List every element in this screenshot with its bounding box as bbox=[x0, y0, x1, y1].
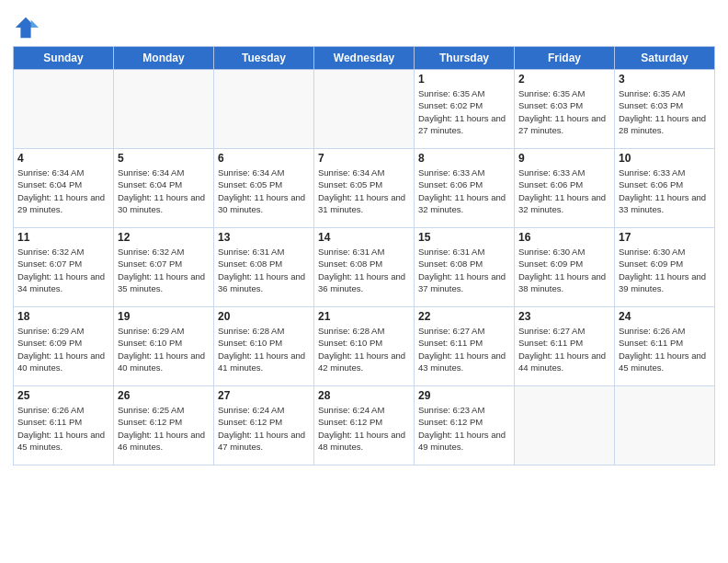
page: SundayMondayTuesdayWednesdayThursdayFrid… bbox=[0, 0, 728, 563]
day-number: 25 bbox=[17, 389, 109, 402]
weekday-header: Sunday bbox=[14, 47, 114, 70]
day-info: Sunrise: 6:30 AM Sunset: 6:09 PM Dayligh… bbox=[619, 246, 711, 294]
calendar-header: SundayMondayTuesdayWednesdayThursdayFrid… bbox=[14, 47, 715, 70]
day-number: 1 bbox=[418, 73, 510, 86]
day-number: 3 bbox=[619, 73, 711, 86]
day-info: Sunrise: 6:26 AM Sunset: 6:11 PM Dayligh… bbox=[17, 404, 109, 453]
day-number: 11 bbox=[17, 231, 109, 244]
calendar-cell: 11Sunrise: 6:32 AM Sunset: 6:07 PM Dayli… bbox=[14, 228, 114, 307]
day-number: 20 bbox=[218, 310, 310, 323]
day-info: Sunrise: 6:29 AM Sunset: 6:09 PM Dayligh… bbox=[17, 325, 109, 373]
weekday-header: Friday bbox=[515, 47, 615, 70]
calendar-week-row: 1Sunrise: 6:35 AM Sunset: 6:02 PM Daylig… bbox=[14, 70, 715, 149]
day-number: 15 bbox=[418, 231, 510, 244]
calendar-cell: 14Sunrise: 6:31 AM Sunset: 6:08 PM Dayli… bbox=[314, 228, 415, 307]
day-info: Sunrise: 6:30 AM Sunset: 6:09 PM Dayligh… bbox=[518, 246, 610, 294]
calendar-week-row: 4Sunrise: 6:34 AM Sunset: 6:04 PM Daylig… bbox=[14, 149, 715, 228]
day-number: 24 bbox=[619, 310, 711, 323]
day-number: 19 bbox=[118, 310, 210, 323]
calendar-cell: 1Sunrise: 6:35 AM Sunset: 6:02 PM Daylig… bbox=[415, 70, 515, 149]
day-number: 7 bbox=[318, 152, 410, 165]
weekday-header: Wednesday bbox=[314, 47, 415, 70]
day-number: 16 bbox=[518, 231, 610, 244]
weekday-header: Thursday bbox=[415, 47, 515, 70]
calendar-cell: 19Sunrise: 6:29 AM Sunset: 6:10 PM Dayli… bbox=[114, 307, 214, 386]
day-info: Sunrise: 6:31 AM Sunset: 6:08 PM Dayligh… bbox=[318, 246, 410, 294]
calendar-cell: 4Sunrise: 6:34 AM Sunset: 6:04 PM Daylig… bbox=[14, 149, 114, 228]
calendar-cell: 6Sunrise: 6:34 AM Sunset: 6:05 PM Daylig… bbox=[214, 149, 314, 228]
day-info: Sunrise: 6:23 AM Sunset: 6:12 PM Dayligh… bbox=[418, 404, 510, 453]
calendar-cell bbox=[615, 386, 715, 465]
day-info: Sunrise: 6:33 AM Sunset: 6:06 PM Dayligh… bbox=[518, 167, 610, 215]
calendar-cell bbox=[314, 70, 415, 149]
day-info: Sunrise: 6:28 AM Sunset: 6:10 PM Dayligh… bbox=[218, 325, 310, 373]
day-info: Sunrise: 6:24 AM Sunset: 6:12 PM Dayligh… bbox=[318, 404, 410, 453]
day-number: 9 bbox=[518, 152, 610, 165]
day-info: Sunrise: 6:29 AM Sunset: 6:10 PM Dayligh… bbox=[118, 325, 210, 373]
day-info: Sunrise: 6:32 AM Sunset: 6:07 PM Dayligh… bbox=[118, 246, 210, 294]
day-number: 29 bbox=[418, 389, 510, 402]
day-number: 10 bbox=[619, 152, 711, 165]
calendar-cell: 9Sunrise: 6:33 AM Sunset: 6:06 PM Daylig… bbox=[515, 149, 615, 228]
calendar-week-row: 25Sunrise: 6:26 AM Sunset: 6:11 PM Dayli… bbox=[14, 386, 715, 465]
calendar-cell: 17Sunrise: 6:30 AM Sunset: 6:09 PM Dayli… bbox=[615, 228, 715, 307]
weekday-header: Saturday bbox=[615, 47, 715, 70]
calendar-cell: 10Sunrise: 6:33 AM Sunset: 6:06 PM Dayli… bbox=[615, 149, 715, 228]
calendar-cell bbox=[515, 386, 615, 465]
day-info: Sunrise: 6:27 AM Sunset: 6:11 PM Dayligh… bbox=[418, 325, 510, 373]
calendar-cell bbox=[114, 70, 214, 149]
day-number: 22 bbox=[418, 310, 510, 323]
weekday-row: SundayMondayTuesdayWednesdayThursdayFrid… bbox=[14, 47, 715, 70]
day-info: Sunrise: 6:32 AM Sunset: 6:07 PM Dayligh… bbox=[17, 246, 109, 294]
weekday-header: Tuesday bbox=[214, 47, 314, 70]
day-info: Sunrise: 6:26 AM Sunset: 6:11 PM Dayligh… bbox=[619, 325, 711, 373]
day-number: 4 bbox=[17, 152, 109, 165]
calendar-cell: 26Sunrise: 6:25 AM Sunset: 6:12 PM Dayli… bbox=[114, 386, 214, 465]
calendar-cell bbox=[214, 70, 314, 149]
calendar-cell: 25Sunrise: 6:26 AM Sunset: 6:11 PM Dayli… bbox=[14, 386, 114, 465]
day-number: 2 bbox=[518, 73, 610, 86]
svg-marker-1 bbox=[31, 20, 39, 28]
calendar-cell: 5Sunrise: 6:34 AM Sunset: 6:04 PM Daylig… bbox=[114, 149, 214, 228]
day-number: 28 bbox=[318, 389, 410, 402]
calendar-cell: 21Sunrise: 6:28 AM Sunset: 6:10 PM Dayli… bbox=[314, 307, 415, 386]
calendar-cell: 3Sunrise: 6:35 AM Sunset: 6:03 PM Daylig… bbox=[615, 70, 715, 149]
header bbox=[13, 9, 715, 40]
day-number: 8 bbox=[418, 152, 510, 165]
calendar-cell bbox=[14, 70, 114, 149]
day-info: Sunrise: 6:31 AM Sunset: 6:08 PM Dayligh… bbox=[418, 246, 510, 294]
calendar-cell: 2Sunrise: 6:35 AM Sunset: 6:03 PM Daylig… bbox=[515, 70, 615, 149]
calendar-cell: 27Sunrise: 6:24 AM Sunset: 6:12 PM Dayli… bbox=[214, 386, 314, 465]
day-info: Sunrise: 6:35 AM Sunset: 6:03 PM Dayligh… bbox=[518, 87, 610, 136]
day-number: 13 bbox=[218, 231, 310, 244]
logo-icon bbox=[13, 15, 39, 40]
logo bbox=[13, 13, 42, 40]
calendar: SundayMondayTuesdayWednesdayThursdayFrid… bbox=[13, 46, 715, 465]
day-number: 18 bbox=[17, 310, 109, 323]
calendar-cell: 12Sunrise: 6:32 AM Sunset: 6:07 PM Dayli… bbox=[114, 228, 214, 307]
calendar-week-row: 11Sunrise: 6:32 AM Sunset: 6:07 PM Dayli… bbox=[14, 228, 715, 307]
calendar-cell: 29Sunrise: 6:23 AM Sunset: 6:12 PM Dayli… bbox=[415, 386, 515, 465]
day-info: Sunrise: 6:33 AM Sunset: 6:06 PM Dayligh… bbox=[619, 167, 711, 215]
day-info: Sunrise: 6:35 AM Sunset: 6:03 PM Dayligh… bbox=[619, 87, 711, 136]
calendar-cell: 7Sunrise: 6:34 AM Sunset: 6:05 PM Daylig… bbox=[314, 149, 415, 228]
calendar-cell: 20Sunrise: 6:28 AM Sunset: 6:10 PM Dayli… bbox=[214, 307, 314, 386]
day-info: Sunrise: 6:34 AM Sunset: 6:05 PM Dayligh… bbox=[218, 167, 310, 215]
calendar-cell: 18Sunrise: 6:29 AM Sunset: 6:09 PM Dayli… bbox=[14, 307, 114, 386]
calendar-cell: 22Sunrise: 6:27 AM Sunset: 6:11 PM Dayli… bbox=[415, 307, 515, 386]
calendar-cell: 28Sunrise: 6:24 AM Sunset: 6:12 PM Dayli… bbox=[314, 386, 415, 465]
day-info: Sunrise: 6:25 AM Sunset: 6:12 PM Dayligh… bbox=[118, 404, 210, 453]
day-info: Sunrise: 6:27 AM Sunset: 6:11 PM Dayligh… bbox=[518, 325, 610, 373]
day-number: 27 bbox=[218, 389, 310, 402]
calendar-cell: 23Sunrise: 6:27 AM Sunset: 6:11 PM Dayli… bbox=[515, 307, 615, 386]
day-info: Sunrise: 6:31 AM Sunset: 6:08 PM Dayligh… bbox=[218, 246, 310, 294]
calendar-cell: 8Sunrise: 6:33 AM Sunset: 6:06 PM Daylig… bbox=[415, 149, 515, 228]
day-number: 26 bbox=[118, 389, 210, 402]
day-info: Sunrise: 6:34 AM Sunset: 6:05 PM Dayligh… bbox=[318, 167, 410, 215]
day-number: 6 bbox=[218, 152, 310, 165]
day-info: Sunrise: 6:33 AM Sunset: 6:06 PM Dayligh… bbox=[418, 167, 510, 215]
weekday-header: Monday bbox=[114, 47, 214, 70]
day-number: 17 bbox=[619, 231, 711, 244]
calendar-body: 1Sunrise: 6:35 AM Sunset: 6:02 PM Daylig… bbox=[14, 70, 715, 465]
calendar-week-row: 18Sunrise: 6:29 AM Sunset: 6:09 PM Dayli… bbox=[14, 307, 715, 386]
